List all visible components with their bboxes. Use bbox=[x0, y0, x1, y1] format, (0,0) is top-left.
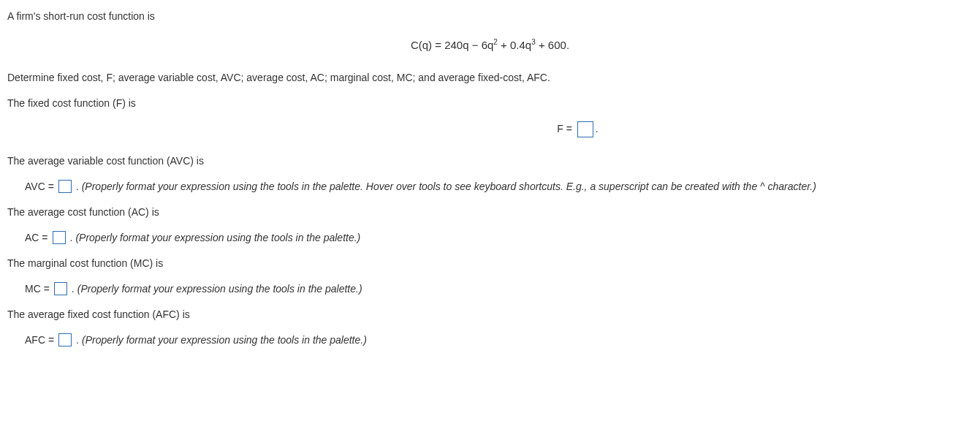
afc-input[interactable] bbox=[58, 333, 72, 346]
ac-equation-row: AC = . (Properly format your expression … bbox=[25, 230, 973, 246]
fixed-cost-prompt: The fixed cost function (F) is bbox=[7, 96, 973, 111]
avc-hint: (Properly format your expression using t… bbox=[82, 179, 816, 194]
ac-period: . bbox=[70, 230, 73, 246]
ac-input[interactable] bbox=[53, 231, 66, 244]
mc-prompt: The marginal cost function (MC) is bbox=[7, 256, 973, 271]
afc-equation-row: AFC = . (Properly format your expression… bbox=[25, 333, 973, 348]
intro-text: A firm's short-run cost function is bbox=[7, 9, 973, 24]
afc-prompt: The average fixed cost function (AFC) is bbox=[7, 307, 973, 322]
mc-label: MC = bbox=[25, 281, 50, 297]
cost-function-equation: C(q) = 240q − 6q2 + 0.4q3 + 600. bbox=[7, 37, 973, 54]
mc-equation-row: MC = . (Properly format your expression … bbox=[25, 281, 973, 297]
ac-prompt: The average cost function (AC) is bbox=[7, 205, 973, 220]
afc-label: AFC = bbox=[25, 333, 54, 348]
fixed-cost-equation-row: F = . bbox=[7, 121, 973, 137]
avc-period: . bbox=[76, 179, 79, 194]
afc-hint: (Properly format your expression using t… bbox=[82, 333, 367, 348]
avc-prompt: The average variable cost function (AVC)… bbox=[7, 154, 973, 169]
eq-part-3: + 600. bbox=[536, 39, 569, 51]
eq-part-2: + 0.4q bbox=[498, 39, 531, 51]
mc-input[interactable] bbox=[54, 282, 67, 295]
mc-period: . bbox=[72, 281, 75, 297]
mc-hint: (Properly format your expression using t… bbox=[77, 281, 362, 297]
afc-period: . bbox=[76, 333, 79, 348]
task-statement: Determine fixed cost, F; average variabl… bbox=[7, 70, 973, 86]
f-period: . bbox=[596, 123, 599, 134]
avc-label: AVC = bbox=[25, 179, 54, 194]
avc-equation-row: AVC = . (Properly format your expression… bbox=[25, 179, 973, 194]
f-label: F = bbox=[557, 123, 572, 134]
f-input[interactable] bbox=[577, 121, 593, 137]
avc-input[interactable] bbox=[58, 180, 72, 193]
ac-hint: (Properly format your expression using t… bbox=[75, 230, 360, 246]
ac-label: AC = bbox=[25, 230, 48, 246]
eq-part-1: C(q) = 240q − 6q bbox=[411, 39, 493, 51]
